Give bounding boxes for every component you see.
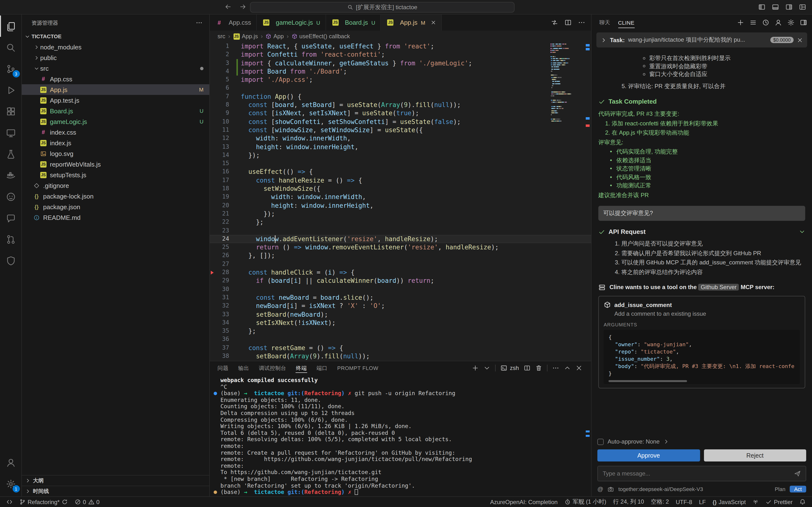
task-header[interactable]: Task: wang-junjian/tictactoe 项目中分配给我的 pu…	[596, 33, 807, 48]
terminal-dropdown-icon[interactable]	[484, 364, 491, 372]
model-status[interactable]: AzureOpenAI: Completion	[487, 497, 561, 507]
activity-remote-explorer-icon[interactable]	[0, 122, 21, 143]
activity-search-icon[interactable]	[0, 37, 21, 58]
back-icon[interactable]	[225, 3, 231, 10]
terminal-instance[interactable]: zsh	[501, 364, 519, 372]
new-terminal-icon[interactable]	[472, 364, 479, 372]
activity-extensions-icon[interactable]	[0, 101, 21, 122]
remote-indicator[interactable]	[3, 497, 16, 507]
panel-tab-PROMPT FLOW[interactable]: PROMPT FLOW	[332, 361, 383, 375]
activity-github-icon[interactable]	[0, 186, 21, 207]
layout-panel-icon[interactable]	[772, 3, 779, 11]
language-mode[interactable]: {}JavaScript	[709, 497, 749, 507]
activity-source-control-icon[interactable]: 3	[0, 58, 21, 79]
notifications[interactable]	[796, 497, 809, 507]
breadcrumb-item-App[interactable]: App	[266, 33, 284, 40]
panel-layout-icon[interactable]	[800, 19, 807, 26]
activity-run-debug-icon[interactable]	[0, 79, 21, 101]
account-icon[interactable]	[775, 19, 782, 26]
panel-tab-调试控制台[interactable]: 调试控制台	[254, 361, 291, 375]
tree-item-App.test.js[interactable]: JSApp.test.js	[22, 95, 209, 106]
tree-item-reportWebVitals.js[interactable]: JSreportWebVitals.js	[22, 159, 209, 169]
minimap[interactable]	[550, 44, 582, 123]
act-toggle[interactable]: Act	[790, 486, 806, 493]
outline-section[interactable]: 大纲	[22, 475, 209, 486]
editor-tab-Board.js[interactable]: JSBoard.jsU	[326, 14, 381, 31]
timer-status[interactable]: 军舰 (1 小时)	[561, 497, 610, 507]
model-selector[interactable]: together:deepseek-ai/DeepSeek-V3	[618, 486, 770, 492]
formatter[interactable]: Prettier	[762, 497, 796, 507]
encoding[interactable]: UTF-8	[672, 497, 696, 507]
activity-testing-icon[interactable]	[0, 143, 21, 165]
activity-chat-icon[interactable]	[0, 207, 21, 229]
settings-icon[interactable]	[787, 19, 795, 26]
panel-tab-输出[interactable]: 输出	[233, 361, 254, 375]
breadcrumb-item-App.js[interactable]: JSApp.js	[233, 33, 258, 40]
panel-tab-端口[interactable]: 端口	[312, 361, 332, 375]
explorer-more-icon[interactable]	[196, 19, 203, 26]
context-mention-icon[interactable]: @	[597, 486, 603, 493]
terminal-output[interactable]: webpack compiled successfully^C(base) → …	[210, 375, 591, 496]
problems-status[interactable]: 0 0	[71, 497, 103, 507]
layout-left-icon[interactable]	[758, 3, 765, 11]
chat-history[interactable]: 彩带只在首次检测到胜利时显示重置游戏时会隐藏彩带窗口大小变化会自适应5. 评审结…	[592, 50, 812, 436]
indentation[interactable]: 空格: 2	[648, 497, 672, 507]
eol[interactable]: LF	[696, 497, 709, 507]
panel-tab-终端[interactable]: 终端	[291, 361, 312, 375]
panel-tab-问题[interactable]: 问题	[213, 361, 233, 375]
tree-item-setupTests.js[interactable]: JSsetupTests.js	[22, 169, 209, 180]
api-request-header[interactable]: API Request	[598, 228, 805, 235]
tab-chat[interactable]: 聊天	[599, 14, 610, 31]
activity-security-icon[interactable]	[0, 250, 21, 271]
tree-item-.gitignore[interactable]: .gitignore	[22, 180, 209, 191]
editor-tab-App.js[interactable]: JSApp.jsM	[381, 14, 442, 31]
tree-item-node_modules[interactable]: node_modules	[22, 42, 209, 52]
tree-item-package-lock.json[interactable]: {}package-lock.json	[22, 191, 209, 202]
reject-button[interactable]: Reject	[704, 449, 806, 461]
screenshot-icon[interactable]	[607, 486, 614, 492]
activity-settings-icon[interactable]: 1	[0, 473, 21, 494]
history-icon[interactable]	[762, 19, 769, 26]
split-editor-icon[interactable]	[564, 19, 572, 26]
ports[interactable]	[749, 497, 762, 507]
command-center-search[interactable]: [扩展开发宿主] tictactoe	[250, 2, 515, 13]
activity-explorer-icon[interactable]	[0, 15, 21, 37]
tool-arguments-json[interactable]: { "owner": "wang-junjian", "repo": "tict…	[604, 330, 800, 384]
command-decoration[interactable]	[214, 392, 217, 395]
tree-item-public[interactable]: public	[22, 52, 209, 63]
forward-icon[interactable]	[239, 3, 246, 10]
command-decoration[interactable]	[214, 491, 217, 494]
tree-item-logo.svg[interactable]: logo.svg	[22, 148, 209, 159]
close-task-icon[interactable]	[797, 37, 803, 43]
send-icon[interactable]	[794, 470, 801, 477]
activity-pull-requests-icon[interactable]	[0, 229, 21, 250]
activity-docker-icon[interactable]	[0, 165, 21, 186]
tree-item-index.js[interactable]: JSindex.js	[22, 137, 209, 148]
approve-button[interactable]: Approve	[597, 449, 700, 461]
kill-terminal-icon[interactable]	[535, 364, 542, 372]
tree-item-index.css[interactable]: #index.css	[22, 127, 209, 137]
close-tab-icon[interactable]	[431, 20, 436, 25]
tree-item-gameLogic.js[interactable]: JSgameLogic.jsU	[22, 116, 209, 127]
horizontal-scrollbar[interactable]	[608, 380, 795, 382]
layout-grid-icon[interactable]	[799, 3, 806, 11]
maximize-panel-icon[interactable]	[564, 364, 571, 372]
tree-item-Board.js[interactable]: JSBoard.jsU	[22, 106, 209, 116]
open-changes-icon[interactable]	[551, 19, 558, 26]
tree-item-package.json[interactable]: {}package.json	[22, 202, 209, 212]
split-terminal-icon[interactable]	[524, 364, 531, 372]
panel-more-icon[interactable]	[552, 364, 559, 372]
mcp-servers-icon[interactable]	[750, 19, 757, 26]
breadcrumb-item-useEffect() callback[interactable]: useEffect() callback	[291, 33, 350, 40]
tree-item-App.js[interactable]: JSApp.jsM	[22, 84, 209, 95]
close-panel-icon[interactable]	[576, 364, 582, 372]
message-input[interactable]	[603, 470, 790, 477]
layout-right-icon[interactable]	[786, 3, 793, 11]
branch-status[interactable]: Refactoring*	[16, 497, 71, 507]
expand-task-icon[interactable]	[601, 37, 607, 43]
tab-cline[interactable]: CLINE	[618, 14, 635, 31]
auto-approve-checkbox[interactable]	[597, 439, 604, 445]
activity-accounts-icon[interactable]	[0, 452, 21, 473]
editor-tab-gameLogic.js[interactable]: JSgameLogic.jsU	[257, 14, 326, 31]
tree-item-src[interactable]: src	[22, 63, 209, 74]
